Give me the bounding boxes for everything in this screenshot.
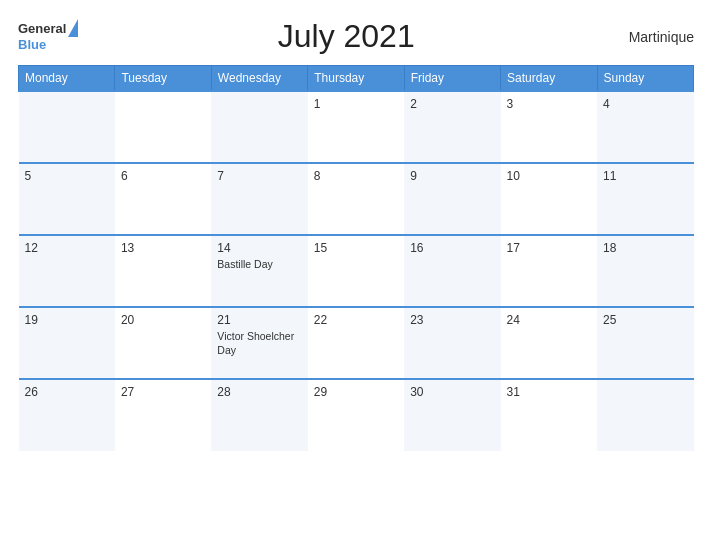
calendar-cell: 8 (308, 163, 404, 235)
day-number: 10 (507, 169, 591, 183)
day-number: 23 (410, 313, 494, 327)
day-number: 14 (217, 241, 301, 255)
day-number: 28 (217, 385, 301, 399)
calendar-cell: 11 (597, 163, 693, 235)
day-number: 22 (314, 313, 398, 327)
day-number: 8 (314, 169, 398, 183)
calendar-cell (211, 91, 307, 163)
calendar-cell: 5 (19, 163, 115, 235)
calendar-cell: 3 (501, 91, 597, 163)
header: General Blue July 2021 Martinique (18, 18, 694, 55)
day-number: 30 (410, 385, 494, 399)
logo-general: General (18, 21, 66, 37)
calendar-day-header: Friday (404, 66, 500, 92)
calendar-cell: 29 (308, 379, 404, 451)
day-number: 13 (121, 241, 205, 255)
calendar-week-row: 192021Victor Shoelcher Day22232425 (19, 307, 694, 379)
logo-triangle-icon (68, 19, 78, 37)
calendar-cell: 18 (597, 235, 693, 307)
calendar-day-header: Saturday (501, 66, 597, 92)
calendar-cell: 17 (501, 235, 597, 307)
calendar-cell: 14Bastille Day (211, 235, 307, 307)
day-number: 26 (25, 385, 109, 399)
day-number: 17 (507, 241, 591, 255)
calendar-cell: 4 (597, 91, 693, 163)
calendar-cell (19, 91, 115, 163)
calendar-cell: 30 (404, 379, 500, 451)
day-number: 16 (410, 241, 494, 255)
calendar-cell: 10 (501, 163, 597, 235)
day-number: 19 (25, 313, 109, 327)
calendar-cell: 13 (115, 235, 211, 307)
calendar-cell: 25 (597, 307, 693, 379)
calendar-cell: 23 (404, 307, 500, 379)
calendar-cell: 27 (115, 379, 211, 451)
calendar-cell: 26 (19, 379, 115, 451)
calendar-cell: 7 (211, 163, 307, 235)
day-number: 11 (603, 169, 687, 183)
day-number: 3 (507, 97, 591, 111)
calendar-cell: 20 (115, 307, 211, 379)
region-label: Martinique (614, 29, 694, 45)
calendar-cell: 22 (308, 307, 404, 379)
calendar-cell (115, 91, 211, 163)
day-number: 20 (121, 313, 205, 327)
logo-blue: Blue (18, 37, 78, 53)
calendar-cell: 31 (501, 379, 597, 451)
calendar-week-row: 262728293031 (19, 379, 694, 451)
page: General Blue July 2021 Martinique Monday… (0, 0, 712, 550)
calendar-event: Victor Shoelcher Day (217, 330, 301, 357)
day-number: 25 (603, 313, 687, 327)
day-number: 2 (410, 97, 494, 111)
calendar-cell (597, 379, 693, 451)
calendar-day-header: Wednesday (211, 66, 307, 92)
day-number: 6 (121, 169, 205, 183)
calendar-cell: 9 (404, 163, 500, 235)
day-number: 1 (314, 97, 398, 111)
calendar-title: July 2021 (78, 18, 614, 55)
day-number: 21 (217, 313, 301, 327)
calendar-cell: 6 (115, 163, 211, 235)
day-number: 5 (25, 169, 109, 183)
day-number: 24 (507, 313, 591, 327)
calendar-day-header: Monday (19, 66, 115, 92)
calendar-day-header: Tuesday (115, 66, 211, 92)
day-number: 27 (121, 385, 205, 399)
day-number: 29 (314, 385, 398, 399)
logo: General Blue (18, 21, 78, 52)
day-number: 15 (314, 241, 398, 255)
day-number: 18 (603, 241, 687, 255)
day-number: 12 (25, 241, 109, 255)
calendar-event: Bastille Day (217, 258, 301, 272)
calendar-cell: 1 (308, 91, 404, 163)
calendar-week-row: 567891011 (19, 163, 694, 235)
calendar-cell: 19 (19, 307, 115, 379)
calendar-header-row: MondayTuesdayWednesdayThursdayFridaySatu… (19, 66, 694, 92)
calendar-table: MondayTuesdayWednesdayThursdayFridaySatu… (18, 65, 694, 451)
calendar-cell: 2 (404, 91, 500, 163)
calendar-day-header: Thursday (308, 66, 404, 92)
day-number: 4 (603, 97, 687, 111)
calendar-week-row: 121314Bastille Day15161718 (19, 235, 694, 307)
calendar-week-row: 1234 (19, 91, 694, 163)
calendar-cell: 21Victor Shoelcher Day (211, 307, 307, 379)
calendar-cell: 15 (308, 235, 404, 307)
calendar-day-header: Sunday (597, 66, 693, 92)
calendar-cell: 12 (19, 235, 115, 307)
calendar-cell: 24 (501, 307, 597, 379)
calendar-cell: 16 (404, 235, 500, 307)
calendar-cell: 28 (211, 379, 307, 451)
day-number: 7 (217, 169, 301, 183)
day-number: 31 (507, 385, 591, 399)
day-number: 9 (410, 169, 494, 183)
